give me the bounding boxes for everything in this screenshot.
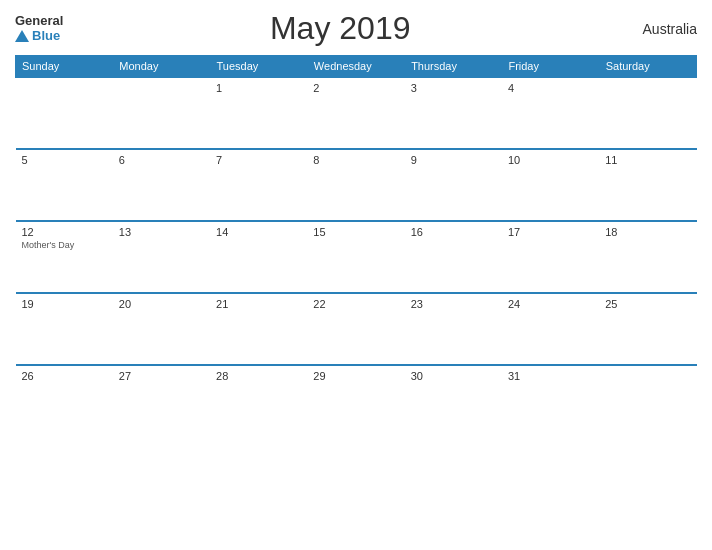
day-number: 11 xyxy=(605,154,690,166)
day-number: 23 xyxy=(411,298,496,310)
day-number: 8 xyxy=(313,154,398,166)
day-number: 31 xyxy=(508,370,593,382)
day-number: 3 xyxy=(411,82,496,94)
day-number: 28 xyxy=(216,370,301,382)
calendar-week-row: 12Mother's Day131415161718 xyxy=(16,221,697,293)
calendar-cell: 14 xyxy=(210,221,307,293)
day-number: 7 xyxy=(216,154,301,166)
calendar-cell: 6 xyxy=(113,149,210,221)
calendar-cell: 20 xyxy=(113,293,210,365)
weekday-header-row: Sunday Monday Tuesday Wednesday Thursday… xyxy=(16,56,697,78)
calendar-cell: 10 xyxy=(502,149,599,221)
logo-blue-label: Blue xyxy=(32,29,60,43)
calendar-cell: 29 xyxy=(307,365,404,437)
day-number: 30 xyxy=(411,370,496,382)
day-number: 18 xyxy=(605,226,690,238)
calendar-cell: 16 xyxy=(405,221,502,293)
calendar-cell: 27 xyxy=(113,365,210,437)
calendar-cell: 13 xyxy=(113,221,210,293)
calendar-cell: 3 xyxy=(405,77,502,149)
calendar-cell: 11 xyxy=(599,149,696,221)
calendar-cell xyxy=(599,365,696,437)
day-number: 10 xyxy=(508,154,593,166)
day-number: 4 xyxy=(508,82,593,94)
event-label: Mother's Day xyxy=(22,240,107,250)
logo-triangle-icon xyxy=(15,30,29,42)
day-number: 17 xyxy=(508,226,593,238)
calendar-cell: 9 xyxy=(405,149,502,221)
day-number: 1 xyxy=(216,82,301,94)
header-wednesday: Wednesday xyxy=(307,56,404,78)
calendar-cell xyxy=(599,77,696,149)
calendar-cell: 19 xyxy=(16,293,113,365)
calendar-cell: 7 xyxy=(210,149,307,221)
header-friday: Friday xyxy=(502,56,599,78)
calendar-title: May 2019 xyxy=(63,10,617,47)
calendar-cell: 28 xyxy=(210,365,307,437)
day-number: 14 xyxy=(216,226,301,238)
calendar-cell: 8 xyxy=(307,149,404,221)
calendar-cell: 1 xyxy=(210,77,307,149)
calendar-cell: 5 xyxy=(16,149,113,221)
calendar-cell: 25 xyxy=(599,293,696,365)
header-tuesday: Tuesday xyxy=(210,56,307,78)
calendar-cell xyxy=(16,77,113,149)
day-number: 16 xyxy=(411,226,496,238)
calendar-cell: 18 xyxy=(599,221,696,293)
calendar-cell: 26 xyxy=(16,365,113,437)
header-sunday: Sunday xyxy=(16,56,113,78)
day-number: 6 xyxy=(119,154,204,166)
day-number: 12 xyxy=(22,226,107,238)
day-number: 13 xyxy=(119,226,204,238)
calendar-cell: 4 xyxy=(502,77,599,149)
day-number: 27 xyxy=(119,370,204,382)
calendar-week-row: 1234 xyxy=(16,77,697,149)
day-number: 21 xyxy=(216,298,301,310)
logo: General Blue xyxy=(15,14,63,43)
day-number: 26 xyxy=(22,370,107,382)
logo-general-text: General xyxy=(15,14,63,28)
day-number: 5 xyxy=(22,154,107,166)
logo-blue-text: Blue xyxy=(15,29,63,43)
header: General Blue May 2019 Australia xyxy=(15,10,697,47)
header-monday: Monday xyxy=(113,56,210,78)
calendar-cell: 30 xyxy=(405,365,502,437)
calendar-week-row: 567891011 xyxy=(16,149,697,221)
calendar-cell: 31 xyxy=(502,365,599,437)
day-number: 9 xyxy=(411,154,496,166)
calendar-cell xyxy=(113,77,210,149)
country-label: Australia xyxy=(617,21,697,37)
header-saturday: Saturday xyxy=(599,56,696,78)
calendar-week-row: 19202122232425 xyxy=(16,293,697,365)
calendar-cell: 24 xyxy=(502,293,599,365)
day-number: 20 xyxy=(119,298,204,310)
calendar-cell: 15 xyxy=(307,221,404,293)
day-number: 29 xyxy=(313,370,398,382)
calendar-cell: 17 xyxy=(502,221,599,293)
calendar-cell: 12Mother's Day xyxy=(16,221,113,293)
day-number: 15 xyxy=(313,226,398,238)
calendar-week-row: 262728293031 xyxy=(16,365,697,437)
day-number: 22 xyxy=(313,298,398,310)
page: General Blue May 2019 Australia Sunday M… xyxy=(0,0,712,550)
day-number: 24 xyxy=(508,298,593,310)
calendar-cell: 2 xyxy=(307,77,404,149)
day-number: 19 xyxy=(22,298,107,310)
day-number: 2 xyxy=(313,82,398,94)
header-thursday: Thursday xyxy=(405,56,502,78)
calendar-table: Sunday Monday Tuesday Wednesday Thursday… xyxy=(15,55,697,437)
calendar-cell: 22 xyxy=(307,293,404,365)
calendar-cell: 23 xyxy=(405,293,502,365)
day-number: 25 xyxy=(605,298,690,310)
calendar-cell: 21 xyxy=(210,293,307,365)
